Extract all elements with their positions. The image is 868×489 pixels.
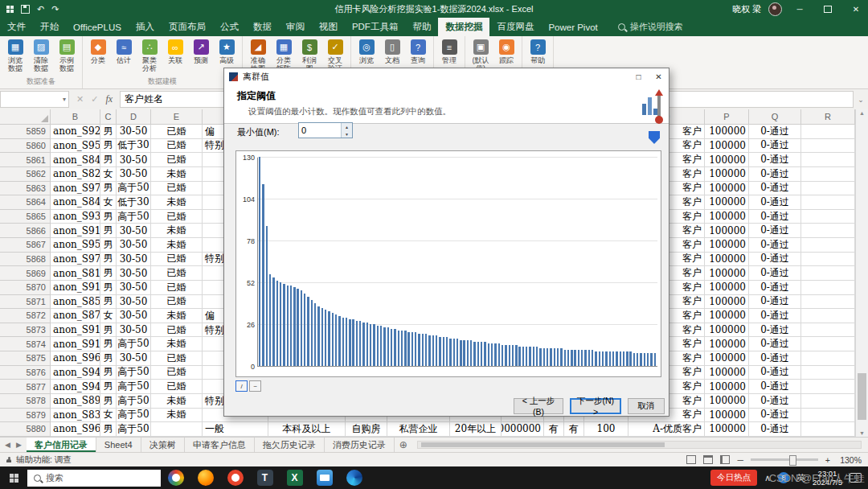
cell-R5863[interactable] [801, 182, 855, 196]
column-header-B[interactable]: B [51, 109, 100, 125]
cell-R5860[interactable] [801, 139, 855, 154]
cell-B5861[interactable]: anon_S8417 [51, 153, 100, 167]
row-header-5868[interactable]: 5868 [0, 253, 51, 267]
spinner-buttons[interactable]: ▲▼ [341, 123, 352, 138]
cell-D5866[interactable]: 30-50 [117, 224, 151, 238]
cell-P5860[interactable]: 100000 [705, 139, 749, 154]
cell-R5874[interactable] [801, 337, 855, 351]
sheet-tab-消费历史记录[interactable]: 消费历史记录 [325, 438, 395, 452]
cell-C5878[interactable]: 男 [100, 394, 117, 409]
cell-D5859[interactable]: 30-50 [117, 125, 151, 139]
cell-D5870[interactable]: 30-50 [117, 281, 151, 295]
vertical-scrollbar[interactable]: ▲ ▼ [855, 109, 868, 437]
cell-D5860[interactable]: 低于30 [117, 139, 151, 154]
normal-view-icon[interactable] [686, 455, 696, 464]
row-header-5867[interactable]: 5867 [0, 238, 51, 253]
cell-Q5866[interactable]: 0-通过 [749, 224, 801, 238]
cell-B5867[interactable]: anon_S9541 [51, 238, 100, 253]
cell-R5864[interactable] [801, 195, 855, 210]
cell-R5875[interactable] [801, 351, 855, 366]
row-header-5865[interactable]: 5865 [0, 210, 51, 224]
ribbon-button-浏览数据[interactable]: ▦浏览数据 [2, 38, 28, 73]
taskbar-app-red-ring-app[interactable] [220, 466, 250, 489]
column-header-R[interactable]: R [801, 109, 855, 125]
cell-R5880[interactable] [801, 422, 855, 437]
cell-P5880[interactable]: 100000 [705, 422, 749, 437]
user-name[interactable]: 晓权 梁 [732, 3, 761, 15]
row-header-5873[interactable]: 5873 [0, 323, 51, 338]
linear-scale-button[interactable]: / [235, 380, 248, 392]
minimize-button[interactable]: ─ [789, 0, 810, 18]
name-box-dropdown-icon[interactable]: ▾ [63, 96, 66, 103]
cell-Q5870[interactable]: 0-通过 [749, 281, 801, 295]
ribbon-button-示例数据[interactable]: ▤示例数据 [54, 38, 80, 73]
confirm-entry-icon[interactable]: ✓ [91, 94, 98, 105]
cell-R5870[interactable] [801, 281, 855, 295]
cell-R5869[interactable] [801, 266, 855, 281]
cell-B5863[interactable]: anon_S9753 [51, 182, 100, 196]
cell-C5876[interactable]: 男 [100, 366, 117, 380]
row-header-5864[interactable]: 5864 [0, 195, 51, 210]
ribbon-button-帮助[interactable]: ?帮助 [525, 38, 551, 64]
cell-D5865[interactable]: 高于50 [117, 210, 151, 224]
cell-B5871[interactable]: anon_S8598 [51, 295, 100, 310]
ribbon-tab-PDF工具箱[interactable]: PDF工具箱 [345, 18, 406, 36]
cell-B5869[interactable]: anon_S8186 [51, 266, 100, 281]
ribbon-button-查询[interactable]: ?查询 [405, 38, 431, 64]
cell-Q5877[interactable]: 0-通过 [749, 380, 801, 394]
cell-D5868[interactable]: 30-50 [117, 253, 151, 267]
cell-E5860[interactable]: 已婚 [151, 139, 203, 154]
row-header-5880[interactable]: 5880 [0, 422, 51, 437]
taskbar-app-files-app[interactable] [309, 466, 339, 489]
cell-B5862[interactable]: anon_S8296 [51, 167, 100, 182]
cell-P5878[interactable]: 100000 [705, 394, 749, 409]
cell-P5877[interactable]: 100000 [705, 380, 749, 394]
hot-news-badge[interactable]: 今日热点 [710, 470, 757, 486]
cell-E5866[interactable]: 未婚 [151, 224, 203, 238]
taskbar-app-colorful-search[interactable] [161, 466, 190, 489]
cell-P5879[interactable]: 100000 [705, 409, 749, 423]
cell-E5875[interactable]: 已婚 [151, 351, 203, 366]
cell-D5875[interactable]: 30-50 [117, 351, 151, 366]
cell-R5877[interactable] [801, 380, 855, 394]
ribbon-button-关联[interactable]: ∞关联 [162, 38, 188, 64]
sheet-tab-Sheet4[interactable]: Sheet4 [96, 438, 141, 452]
cell-H5880[interactable]: 自购房 [346, 422, 387, 437]
cell-C5861[interactable]: 男 [100, 153, 117, 167]
cell-B5876[interactable]: anon_S9473 [51, 366, 100, 380]
cell-E5864[interactable]: 未婚 [151, 195, 203, 210]
cell-C5863[interactable]: 男 [100, 182, 117, 196]
restore-button[interactable] [817, 0, 838, 18]
sheet-tab-申请客户信息[interactable]: 申请客户信息 [185, 438, 255, 452]
cell-Q5868[interactable]: 0-通过 [749, 253, 801, 267]
sheet-tab-客户信用记录[interactable]: 客户信用记录 [27, 438, 96, 452]
next-button[interactable]: 下一步(N) > [570, 398, 621, 414]
cell-B5880[interactable]: anon_S9667 [51, 422, 100, 437]
horizontal-scrollbar[interactable] [417, 441, 862, 449]
cell-E5880[interactable] [151, 422, 203, 437]
cell-C5872[interactable]: 女 [100, 309, 117, 323]
scroll-down-icon[interactable]: ▼ [856, 430, 868, 436]
ribbon-tab-公式[interactable]: 公式 [213, 18, 246, 36]
ribbon-tab-百度网盘[interactable]: 百度网盘 [489, 18, 541, 36]
cell-C5868[interactable]: 男 [100, 253, 117, 267]
ribbon-button-分类[interactable]: ◆分类 [85, 38, 111, 64]
cell-Q5874[interactable]: 0-通过 [749, 337, 801, 351]
cell-Q5867[interactable]: 0-通过 [749, 238, 801, 253]
cell-R5876[interactable] [801, 366, 855, 380]
row-header-5877[interactable]: 5877 [0, 380, 51, 394]
column-header-C[interactable]: C [100, 109, 117, 125]
cell-P5868[interactable]: 100000 [705, 253, 749, 267]
cell-E5870[interactable]: 已婚 [151, 281, 203, 295]
cell-B5874[interactable]: anon_S9121 [51, 337, 100, 351]
taskbar-search-box[interactable]: 搜索 [27, 470, 161, 487]
cell-C5875[interactable]: 男 [100, 351, 117, 366]
cell-D5874[interactable]: 高于50 [117, 337, 151, 351]
cell-C5860[interactable]: 男 [100, 139, 117, 154]
save-icon[interactable] [21, 5, 30, 14]
sheet-tab-拖欠历史记录[interactable]: 拖欠历史记录 [255, 438, 325, 452]
cell-C5879[interactable]: 女 [100, 409, 117, 423]
cell-P5865[interactable]: 100000 [705, 210, 749, 224]
cell-Q5871[interactable]: 0-通过 [749, 295, 801, 310]
cell-D5876[interactable]: 高于50 [117, 366, 151, 380]
